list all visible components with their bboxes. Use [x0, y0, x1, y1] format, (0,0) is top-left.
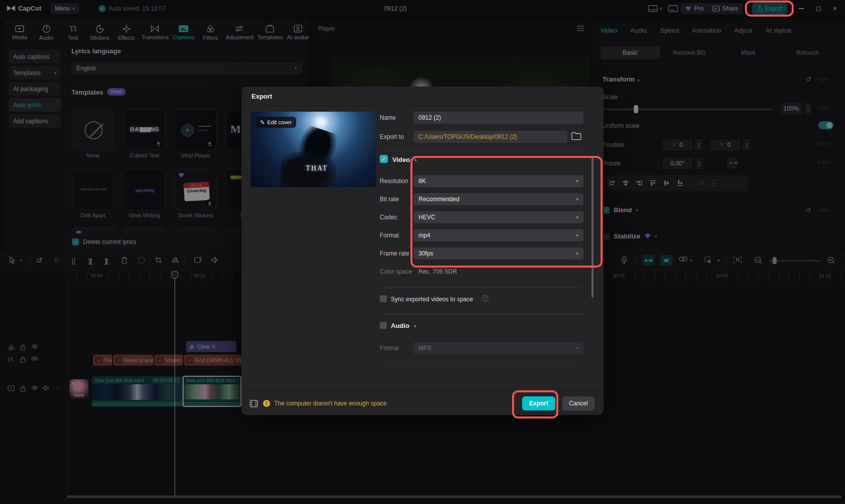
- chevron-down-icon: ▾: [576, 251, 578, 256]
- name-input[interactable]: 0912 (2): [413, 112, 583, 124]
- export-path-value: C:/Users/TOPGUS/Desktop/0912 (2): [418, 133, 517, 140]
- audio-format-label: Format: [380, 345, 399, 352]
- bitrate-value: Recommended: [418, 196, 459, 203]
- chevron-down-icon: ▾: [576, 179, 578, 184]
- framerate-select[interactable]: 30fps▾: [413, 247, 583, 260]
- export-confirm-label: Export: [529, 400, 548, 407]
- resolution-value: 8K: [418, 178, 426, 185]
- chevron-down-icon: ▾: [576, 215, 578, 220]
- bitrate-label: Bit rate: [380, 196, 399, 203]
- codec-label: Codec: [380, 214, 397, 221]
- export-dialog: Export THAT ✎ Edit cover Name 0912 (2) E…: [241, 87, 604, 415]
- export-to-label: Export to: [380, 133, 404, 140]
- cover-caption: THAT: [306, 164, 328, 173]
- name-value: 0912 (2): [418, 114, 441, 121]
- help-icon[interactable]: ?: [482, 295, 488, 302]
- export-confirm-button[interactable]: Export: [522, 396, 555, 410]
- edit-cover-button[interactable]: ✎ Edit cover: [256, 117, 296, 128]
- divider: [380, 150, 583, 151]
- divider: [380, 314, 583, 314]
- codec-select[interactable]: HEVC▾: [413, 211, 583, 223]
- divider: [380, 361, 583, 362]
- chevron-down-icon: ▾: [576, 346, 578, 351]
- folder-button[interactable]: [571, 132, 581, 140]
- sync-label: Sync exported videos to space: [391, 296, 473, 303]
- video-section-checkbox[interactable]: ✓: [380, 155, 388, 163]
- warning-text: The computer doesn't have enough space: [274, 400, 387, 407]
- divider: [241, 106, 604, 106]
- chevron-down-icon: ▾: [576, 233, 578, 238]
- format-select[interactable]: mp4▾: [413, 229, 583, 241]
- audio-format-select[interactable]: MP3▾: [413, 342, 583, 354]
- edit-cover-label: Edit cover: [267, 119, 292, 125]
- resolution-select[interactable]: 8K▾: [413, 175, 583, 187]
- resolution-label: Resolution: [380, 178, 408, 185]
- cancel-label: Cancel: [569, 400, 587, 407]
- film-frame-icon[interactable]: [249, 400, 258, 407]
- video-section-label: Video: [392, 156, 410, 163]
- export-path-input[interactable]: C:/Users/TOPGUS/Desktop/0912 (2): [413, 131, 567, 143]
- dialog-title: Export: [251, 93, 272, 100]
- codec-value: HEVC: [418, 214, 435, 221]
- format-value: mp4: [418, 232, 430, 239]
- format-label: Format: [380, 232, 399, 239]
- chevron-down-icon: ▾: [576, 197, 578, 202]
- export-cover-image: THAT ✎ Edit cover: [250, 112, 376, 187]
- cancel-button[interactable]: Cancel: [562, 396, 595, 410]
- chevron-up-icon[interactable]: ▴: [414, 157, 417, 162]
- divider: [380, 288, 583, 288]
- bitrate-select[interactable]: Recommended▾: [413, 193, 583, 205]
- dialog-scrollbar[interactable]: [592, 157, 594, 298]
- chevron-up-icon[interactable]: ▴: [414, 323, 416, 328]
- sync-checkbox[interactable]: [380, 295, 387, 302]
- pencil-icon: ✎: [260, 119, 265, 126]
- audio-section-label: Audio: [391, 322, 409, 329]
- warning-icon: !: [263, 400, 270, 407]
- audio-format-value: MP3: [418, 345, 431, 352]
- dialog-footer: ! The computer doesn't have enough space…: [241, 391, 604, 415]
- name-label: Name: [380, 114, 396, 121]
- framerate-value: 30fps: [418, 250, 433, 257]
- framerate-label: Frame rate: [380, 250, 409, 257]
- colorspace-value: Rec. 709 SDR: [418, 268, 457, 275]
- colorspace-label: Color space: [380, 268, 412, 275]
- audio-section-checkbox[interactable]: [380, 322, 387, 329]
